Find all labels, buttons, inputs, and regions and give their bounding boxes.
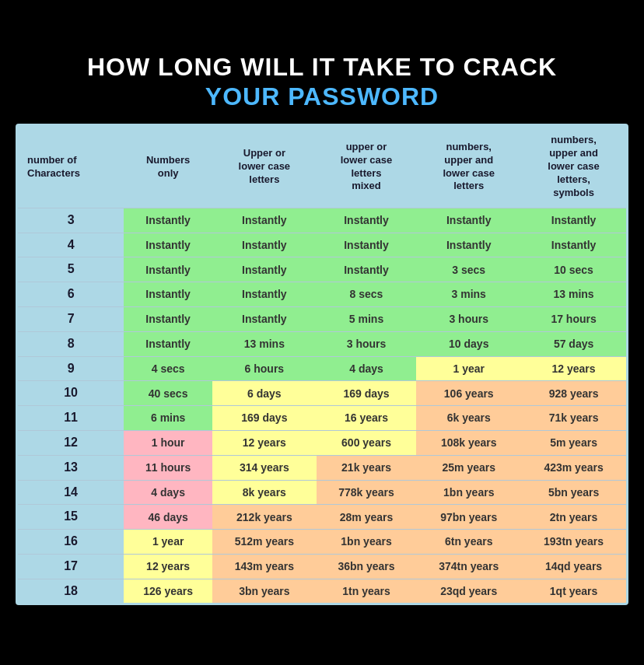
table-cell: Instantly bbox=[416, 208, 521, 233]
table-cell: 3 mins bbox=[416, 282, 521, 307]
table-body: 3InstantlyInstantlyInstantlyInstantlyIns… bbox=[18, 208, 626, 603]
table-cell: Instantly bbox=[212, 208, 317, 233]
table-cell: 600 years bbox=[317, 430, 417, 455]
table-cell: 4 days bbox=[124, 480, 212, 505]
table-row: 7InstantlyInstantly5 mins3 hours17 hours bbox=[18, 306, 626, 331]
table-cell: 8 bbox=[18, 331, 124, 356]
table-cell: 16 years bbox=[317, 406, 417, 431]
table-row: 116 mins169 days16 years6k years71k year… bbox=[18, 406, 626, 431]
table-cell: 46 days bbox=[124, 505, 212, 530]
table-cell: 36bn years bbox=[317, 554, 417, 579]
table-cell: 126 years bbox=[124, 579, 212, 603]
table-cell: 11 hours bbox=[124, 455, 212, 480]
table-cell: 6 hours bbox=[212, 356, 317, 381]
col-header-mixed: upper orlower caselettersmixed bbox=[317, 126, 417, 208]
table-cell: Instantly bbox=[124, 233, 212, 257]
table-cell: 71k years bbox=[521, 406, 626, 431]
table-cell: 17 bbox=[18, 554, 124, 579]
table-cell: 10 days bbox=[416, 331, 521, 356]
table-cell: 40 secs bbox=[124, 381, 212, 406]
table-cell: Instantly bbox=[212, 257, 317, 282]
table-cell: 5 bbox=[18, 257, 124, 282]
table-cell: 13 mins bbox=[521, 282, 626, 307]
table-header-row: number ofCharacters Numbersonly Upper or… bbox=[18, 126, 626, 208]
table-cell: 97bn years bbox=[416, 505, 521, 530]
table-cell: 6 mins bbox=[124, 406, 212, 431]
table-cell: 3 hours bbox=[317, 331, 417, 356]
table-cell: 15 bbox=[18, 505, 124, 530]
table-cell: Instantly bbox=[124, 306, 212, 331]
table-cell: 928 years bbox=[521, 381, 626, 406]
table-cell: Instantly bbox=[212, 306, 317, 331]
table-cell: 106 years bbox=[416, 381, 521, 406]
table-cell: 314 years bbox=[212, 455, 317, 480]
col-header-all: numbers,upper andlower caseletters,symbo… bbox=[521, 126, 626, 208]
table-cell: 12 years bbox=[521, 356, 626, 381]
table-row: 1311 hours314 years21k years25m years423… bbox=[18, 455, 626, 480]
table-cell: 6 days bbox=[212, 381, 317, 406]
table-row: 8Instantly13 mins3 hours10 days57 days bbox=[18, 331, 626, 356]
table-cell: 11 bbox=[18, 406, 124, 431]
title-highlight: YOUR PASSWORD bbox=[16, 82, 628, 111]
table-cell: 6 bbox=[18, 282, 124, 307]
table-cell: 13 mins bbox=[212, 331, 317, 356]
table-cell: 12 years bbox=[212, 430, 317, 455]
table-cell: 3 hours bbox=[416, 306, 521, 331]
table-row: 144 days8k years778k years1bn years5bn y… bbox=[18, 480, 626, 505]
table-cell: 169 days bbox=[212, 406, 317, 431]
table-cell: 3 bbox=[18, 208, 124, 233]
table-cell: 21k years bbox=[317, 455, 417, 480]
table-row: 121 hour12 years600 years108k years5m ye… bbox=[18, 430, 626, 455]
table-cell: 1 year bbox=[416, 356, 521, 381]
table-cell: 12 bbox=[18, 430, 124, 455]
table-row: 6InstantlyInstantly8 secs3 mins13 mins bbox=[18, 282, 626, 307]
table-cell: 12 years bbox=[124, 554, 212, 579]
table-cell: 4 days bbox=[317, 356, 417, 381]
table-cell: 8k years bbox=[212, 480, 317, 505]
table-cell: 9 bbox=[18, 356, 124, 381]
table-cell: 212k years bbox=[212, 505, 317, 530]
table-cell: 5bn years bbox=[521, 480, 626, 505]
table-cell: 5m years bbox=[521, 430, 626, 455]
table-cell: 28m years bbox=[317, 505, 417, 530]
col-header-upper: Upper orlower caseletters bbox=[212, 126, 317, 208]
table-cell: 512m years bbox=[212, 530, 317, 555]
table-cell: 1qt years bbox=[521, 579, 626, 603]
table-cell: 3bn years bbox=[212, 579, 317, 603]
page-title: HOW LONG WILL IT TAKE TO CRACK YOUR PASS… bbox=[16, 52, 628, 112]
table-cell: 2tn years bbox=[521, 505, 626, 530]
table-cell: 1tn years bbox=[317, 579, 417, 603]
table-cell: 25m years bbox=[416, 455, 521, 480]
col-header-numbers: Numbersonly bbox=[124, 126, 212, 208]
col-header-chars: number ofCharacters bbox=[18, 126, 124, 208]
table-row: 161 year512m years1bn years6tn years193t… bbox=[18, 530, 626, 555]
table-cell: 14qd years bbox=[521, 554, 626, 579]
table-cell: 6tn years bbox=[416, 530, 521, 555]
table-cell: Instantly bbox=[124, 331, 212, 356]
table-cell: 4 bbox=[18, 233, 124, 257]
table-cell: 193tn years bbox=[521, 530, 626, 555]
table-cell: 18 bbox=[18, 579, 124, 603]
table-row: 3InstantlyInstantlyInstantlyInstantlyIns… bbox=[18, 208, 626, 233]
table-cell: 778k years bbox=[317, 480, 417, 505]
table-cell: 8 secs bbox=[317, 282, 417, 307]
table-cell: Instantly bbox=[124, 282, 212, 307]
table-cell: 108k years bbox=[416, 430, 521, 455]
table-cell: 6k years bbox=[416, 406, 521, 431]
password-table: number ofCharacters Numbersonly Upper or… bbox=[18, 126, 626, 603]
table-cell: 423m years bbox=[521, 455, 626, 480]
table-cell: 143m years bbox=[212, 554, 317, 579]
table-cell: 10 bbox=[18, 381, 124, 406]
table-cell: 1 hour bbox=[124, 430, 212, 455]
table-cell: Instantly bbox=[521, 233, 626, 257]
table-row: 1546 days212k years28m years97bn years2t… bbox=[18, 505, 626, 530]
table-cell: 169 days bbox=[317, 381, 417, 406]
table-row: 18126 years3bn years1tn years23qd years1… bbox=[18, 579, 626, 603]
table-cell: 374tn years bbox=[416, 554, 521, 579]
table-cell: Instantly bbox=[212, 233, 317, 257]
table-cell: 16 bbox=[18, 530, 124, 555]
table-cell: 1bn years bbox=[317, 530, 417, 555]
table-cell: 7 bbox=[18, 306, 124, 331]
page-container: HOW LONG WILL IT TAKE TO CRACK YOUR PASS… bbox=[0, 37, 644, 629]
table-cell: 4 secs bbox=[124, 356, 212, 381]
